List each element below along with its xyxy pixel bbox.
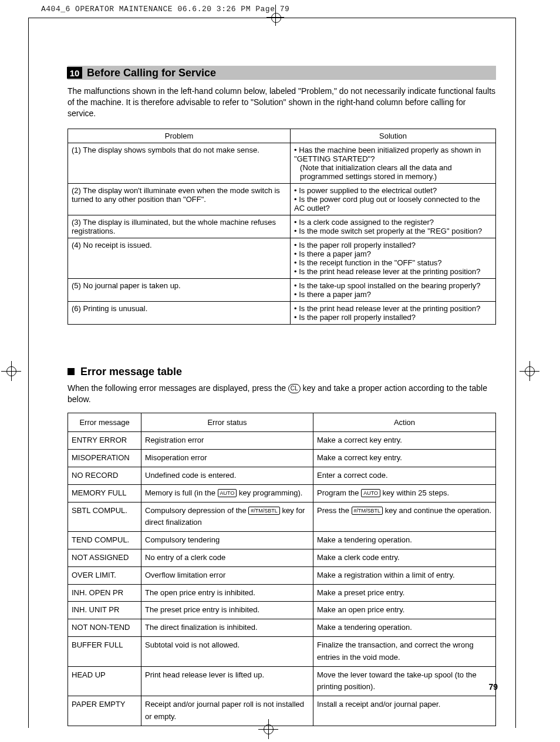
section-number-badge: 10 xyxy=(67,67,82,79)
col-action: Action xyxy=(313,413,496,432)
table-row: MEMORY FULLMemory is full (in the AUTO k… xyxy=(68,484,496,502)
table-row: (4) No receipt is issued.Is the paper ro… xyxy=(68,238,496,278)
table-row: PAPER EMPTYReceipt and/or journal paper … xyxy=(68,696,496,726)
cl-key-icon: CL xyxy=(288,384,301,393)
table-row: OVER LIMIT.Overflow limitation errorMake… xyxy=(68,566,496,584)
action-cell: Enter a correct code. xyxy=(313,467,496,485)
action-cell: Program the AUTO key within 25 steps. xyxy=(313,484,496,502)
table-row: NO RECORDUndefined code is entered.Enter… xyxy=(68,467,496,485)
col-solution: Solution xyxy=(291,129,496,143)
action-cell: Make a clerk code entry. xyxy=(313,549,496,567)
solution-item: Is there a paper jam? xyxy=(294,249,492,258)
registration-mark-icon xyxy=(519,361,539,381)
crop-rule xyxy=(515,18,516,728)
solution-item: Is the power cord plug out or loosely co… xyxy=(294,195,492,213)
error-message-cell: MEMORY FULL xyxy=(68,484,141,502)
solution-item: (Note that initialization clears all the… xyxy=(300,163,492,181)
subsection-heading: Error message table xyxy=(68,366,496,378)
solution-cell: Is the print head release lever at the p… xyxy=(291,301,496,324)
error-status-cell: Misoperation error xyxy=(141,450,313,467)
table-row: (5) No journal paper is taken up.Is the … xyxy=(68,278,496,301)
table-row: INH. UNIT PRThe preset price entry is in… xyxy=(68,602,496,619)
table-row: (1) The display shows symbols that do no… xyxy=(68,143,496,183)
error-message-cell: PAPER EMPTY xyxy=(68,696,141,726)
solution-item: Is the receipt function in the "OFF" sta… xyxy=(294,258,492,267)
table-row: HEAD UPPrint head release lever is lifte… xyxy=(68,666,496,696)
error-status-cell: The open price entry is inhibited. xyxy=(141,584,313,602)
solution-item: Is the take-up spool installed on the be… xyxy=(294,281,492,290)
table-row: ENTRY ERRORRegistration errorMake a corr… xyxy=(68,432,496,450)
table-row: (2) The display won't illuminate even wh… xyxy=(68,183,496,215)
table-row: (3) The display is illuminated, but the … xyxy=(68,215,496,238)
auto-key-icon: AUTO xyxy=(218,489,237,497)
error-status-cell: The preset price entry is inhibited. xyxy=(141,602,313,619)
subsection-title: Error message table xyxy=(80,366,182,378)
page-number: 79 xyxy=(488,682,498,692)
error-message-cell: INH. UNIT PR xyxy=(68,602,141,619)
troubleshoot-table: Problem Solution (1) The display shows s… xyxy=(68,129,496,325)
print-job-header: A404_6 OPERATOR MAINTENANCE 06.6.20 3:26… xyxy=(41,5,289,14)
solution-item: Is the print head release lever at the p… xyxy=(294,267,492,276)
crop-rule xyxy=(28,18,29,728)
error-status-cell: Registration error xyxy=(141,432,313,450)
table-row: INH. OPEN PRThe open price entry is inhi… xyxy=(68,584,496,602)
error-message-cell: INH. OPEN PR xyxy=(68,584,141,602)
solution-item: Is power supplied to the electrical outl… xyxy=(294,186,492,195)
solution-item: Is the mode switch set properly at the "… xyxy=(294,227,492,235)
error-status-cell: Print head release lever is lifted up. xyxy=(141,666,313,696)
action-cell: Make an open price entry. xyxy=(313,602,496,619)
action-cell: Install a receipt and/or journal paper. xyxy=(313,696,496,726)
action-cell: Move the lever toward the take-up spool … xyxy=(313,666,496,696)
section-heading: 10 Before Calling for Service xyxy=(68,66,496,80)
solution-cell: Is the paper roll properly installed?Is … xyxy=(291,238,496,278)
error-status-cell: No entry of a clerk code xyxy=(141,549,313,567)
error-status-cell: Receipt and/or journal paper roll is not… xyxy=(141,696,313,726)
solution-cell: Is a clerk code assigned to the register… xyxy=(291,215,496,238)
section-intro: The malfunctions shown in the left-hand … xyxy=(68,86,496,119)
problem-cell: (4) No receipt is issued. xyxy=(68,238,291,278)
error-message-cell: NO RECORD xyxy=(68,467,141,485)
table-header-row: Problem Solution xyxy=(68,129,496,143)
action-cell: Press the #/TM/SBTL key and continue the… xyxy=(313,502,496,532)
error-message-cell: BUFFER FULL xyxy=(68,637,141,667)
table-header-row: Error message Error status Action xyxy=(68,413,496,432)
action-cell: Make a correct key entry. xyxy=(313,450,496,467)
solution-item: Is there a paper jam? xyxy=(294,290,492,299)
problem-cell: (3) The display is illuminated, but the … xyxy=(68,215,291,238)
error-message-cell: OVER LIMIT. xyxy=(68,566,141,584)
solution-cell: Is power supplied to the electrical outl… xyxy=(291,183,496,215)
error-message-cell: TEND COMPUL. xyxy=(68,532,141,549)
problem-cell: (1) The display shows symbols that do no… xyxy=(68,143,291,183)
error-message-section: Error message table When the following e… xyxy=(68,366,496,726)
table-row: NOT NON-TENDThe direct finalization is i… xyxy=(68,619,496,637)
error-status-cell: The direct finalization is inhibited. xyxy=(141,619,313,637)
table-row: MISOPERATIONMisoperation errorMake a cor… xyxy=(68,450,496,467)
col-problem: Problem xyxy=(68,129,291,143)
registration-mark-icon xyxy=(1,361,21,381)
solution-item: Is a clerk code assigned to the register… xyxy=(294,218,492,227)
square-bullet-icon xyxy=(68,368,75,375)
error-status-cell: Compulsory tendering xyxy=(141,532,313,549)
registration-mark-icon xyxy=(270,7,282,23)
col-error-message: Error message xyxy=(68,413,141,432)
page-content: 10 Before Calling for Service The malfun… xyxy=(68,66,496,726)
error-message-cell: NOT NON-TEND xyxy=(68,619,141,637)
error-message-cell: ENTRY ERROR xyxy=(68,432,141,450)
subsection-intro: When the following error messages are di… xyxy=(68,383,496,405)
table-row: (6) Printing is unusual.Is the print hea… xyxy=(68,301,496,324)
error-message-cell: SBTL COMPUL. xyxy=(68,502,141,532)
error-status-cell: Overflow limitation error xyxy=(141,566,313,584)
problem-cell: (2) The display won't illuminate even wh… xyxy=(68,183,291,215)
solution-item: Is the paper roll properly installed? xyxy=(294,313,492,322)
action-cell: Make a preset price entry. xyxy=(313,584,496,602)
table-row: SBTL COMPUL.Compulsory depression of the… xyxy=(68,502,496,532)
error-status-cell: Memory is full (in the AUTO key programm… xyxy=(141,484,313,502)
error-message-cell: HEAD UP xyxy=(68,666,141,696)
error-message-cell: MISOPERATION xyxy=(68,450,141,467)
action-cell: Make a tendering operation. xyxy=(313,619,496,637)
section-title: Before Calling for Service xyxy=(87,67,216,79)
action-cell: Finalize the transaction, and correct th… xyxy=(313,637,496,667)
solution-cell: Is the take-up spool installed on the be… xyxy=(291,278,496,301)
error-status-cell: Subtotal void is not allowed. xyxy=(141,637,313,667)
intro-text: When the following error messages are di… xyxy=(68,383,288,393)
